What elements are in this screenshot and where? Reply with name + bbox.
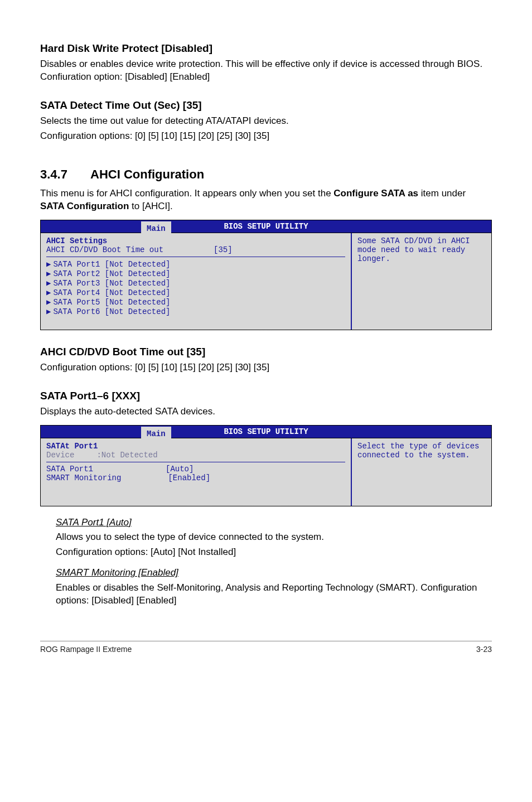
- bios-titlebar: BIOS SETUP UTILITY Main: [41, 220, 491, 233]
- section-desc-e: to [AHCI].: [129, 201, 172, 211]
- bios-left-pane: AHCI Settings AHCI CD/DVD Boot Time out[…: [41, 233, 352, 330]
- sata-port-heading: SATA Port1–6 [XXX]: [40, 390, 492, 402]
- ahci-boot-time-heading: AHCI CD/DVD Boot Time out [35]: [40, 346, 492, 358]
- bios-port-row: ▶SATA Port6 [Not Detected]: [46, 307, 345, 316]
- bios-row-label: AHCI CD/DVD Boot Time out: [46, 245, 163, 254]
- hard-disk-write-protect-desc: Disables or enables device write protect…: [40, 58, 492, 84]
- detail-block: SATA Port1 [Auto] Allows you to select t…: [56, 516, 492, 559]
- bios-port-label: SATA Port3 [Not Detected]: [53, 279, 170, 288]
- page-footer: ROG Rampage II Extreme 3-23: [40, 641, 492, 654]
- bios-screenshot-sata-port: BIOS SETUP UTILITY Main SATAt Port1 Devi…: [40, 425, 492, 506]
- hard-disk-write-protect-heading: Hard Disk Write Protect [Disabled]: [40, 42, 492, 55]
- sata-detect-timeout-heading: SATA Detect Time Out (Sec) [35]: [40, 99, 492, 112]
- sata-detect-timeout-desc-1: Selects the time out value for detecting…: [40, 115, 492, 128]
- triangle-icon: ▶: [46, 269, 51, 278]
- bios-port-label: SATA Port5 [Not Detected]: [53, 298, 170, 307]
- bios-device-label: Device: [46, 451, 74, 460]
- bios-option-row: SMART Monitoring[Enabled]: [46, 474, 345, 482]
- detail-block: SMART Monitoring [Enabled] Enables or di…: [56, 567, 492, 607]
- bios-help-text: Some SATA CD/DVD in AHCI mode need to wa…: [357, 236, 486, 263]
- bios-port-row: ▶SATA Port1 [Not Detected]: [46, 259, 345, 269]
- bios-left-pane: SATAt Port1 Device:Not Detected SATA Por…: [41, 438, 352, 506]
- bios-divider: [46, 462, 345, 462]
- section-number: 3.4.7: [40, 167, 90, 182]
- bios-port-row: ▶SATA Port3 [Not Detected]: [46, 278, 345, 288]
- section-title: AHCI Configuration: [90, 167, 204, 181]
- bios-port-label: SATA Port6 [Not Detected]: [53, 307, 170, 316]
- detail-heading: SATA Port1 [Auto]: [56, 517, 132, 528]
- bios-port-label: SATA Port2 [Not Detected]: [53, 269, 170, 278]
- bios-port-row: ▶SATA Port4 [Not Detected]: [46, 288, 345, 297]
- section-desc-d: SATA Configuration: [40, 201, 129, 211]
- section-desc: This menu is for AHCI configuration. It …: [40, 187, 492, 213]
- bios-port-label: SATA Port4 [Not Detected]: [53, 288, 170, 297]
- triangle-icon: ▶: [46, 260, 51, 269]
- detail-heading: SMART Monitoring [Enabled]: [56, 567, 178, 578]
- bios-divider: [46, 257, 345, 257]
- bios-row-value: [35]: [214, 245, 233, 254]
- section-desc-b: Configure SATA as: [333, 188, 418, 199]
- section-heading: 3.4.7AHCI Configuration: [40, 167, 492, 182]
- triangle-icon: ▶: [46, 288, 51, 297]
- page-content: Hard Disk Write Protect [Disabled] Disab…: [0, 0, 532, 676]
- detail-desc: Configuration options: [Auto] [Not Insta…: [56, 546, 492, 559]
- bios-port-row: ▶SATA Port2 [Not Detected]: [46, 269, 345, 278]
- detail-desc: Allows you to select the type of device …: [56, 531, 492, 544]
- triangle-icon: ▶: [46, 307, 51, 316]
- bios-option-label: SATA Port1: [46, 465, 93, 474]
- bios-row-boot-time: AHCI CD/DVD Boot Time out[35]: [46, 245, 345, 254]
- bios-help-pane: Select the type of devices connected to …: [352, 438, 491, 506]
- triangle-icon: ▶: [46, 298, 51, 307]
- bios-title: BIOS SETUP UTILITY: [224, 222, 308, 231]
- sata-detect-timeout-desc-2: Configuration options: [0] [5] [10] [15]…: [40, 130, 492, 143]
- bios-option-value: [Auto]: [166, 465, 194, 474]
- bios-screenshot-ahci: BIOS SETUP UTILITY Main AHCI Settings AH…: [40, 220, 492, 330]
- bios-heading: AHCI Settings: [46, 236, 345, 245]
- ahci-boot-time-desc: Configuration options: [0] [5] [10] [15]…: [40, 361, 492, 374]
- section-desc-a: This menu is for AHCI configuration. It …: [40, 188, 333, 199]
- section-desc-c: item under: [418, 188, 466, 199]
- triangle-icon: ▶: [46, 279, 51, 288]
- detail-desc: Enables or disables the Self-Monitoring,…: [56, 582, 492, 607]
- bios-port-row: ▶SATA Port5 [Not Detected]: [46, 297, 345, 307]
- bios-help-text: Select the type of devices connected to …: [357, 442, 486, 460]
- bios-heading: SATAt Port1: [46, 442, 345, 451]
- bios-device-value: :Not Detected: [96, 451, 157, 460]
- bios-title: BIOS SETUP UTILITY: [224, 427, 308, 436]
- footer-left: ROG Rampage II Extreme: [40, 645, 132, 654]
- sata-port-desc: Displays the auto-detected SATA devices.: [40, 405, 492, 418]
- bios-device-row: Device:Not Detected: [46, 451, 345, 460]
- bios-port-label: SATA Port1 [Not Detected]: [53, 260, 170, 269]
- bios-option-value: [Enabled]: [168, 474, 210, 482]
- bios-option-row: SATA Port1[Auto]: [46, 465, 345, 474]
- bios-option-label: SMART Monitoring: [46, 474, 121, 482]
- bios-titlebar: BIOS SETUP UTILITY Main: [41, 426, 491, 438]
- bios-help-pane: Some SATA CD/DVD in AHCI mode need to wa…: [352, 233, 491, 330]
- footer-right: 3-23: [476, 645, 492, 654]
